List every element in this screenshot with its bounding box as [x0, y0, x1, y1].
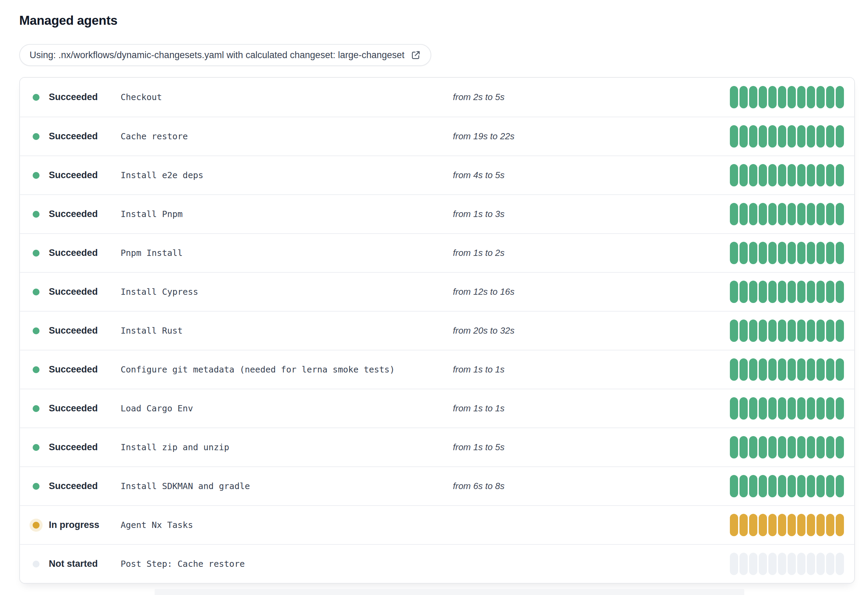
status-label: Succeeded: [49, 481, 98, 491]
progress-segment: [759, 397, 767, 420]
agent-step-row[interactable]: SucceededCache restorefrom 19s to 22s: [20, 117, 854, 155]
progress-segment: [788, 553, 796, 575]
agent-step-row[interactable]: Not startedPost Step: Cache restore: [20, 544, 854, 583]
workflow-config-text: Using: .nx/workflows/dynamic-changesets.…: [30, 50, 404, 61]
progress-segment: [826, 358, 834, 381]
step-name: Install SDKMAN and gradle: [121, 481, 453, 491]
agent-step-row[interactable]: SucceededCheckoutfrom 2s to 5s: [20, 78, 854, 117]
agent-step-row[interactable]: SucceededInstall zip and unzipfrom 1s to…: [20, 428, 854, 466]
progress-segment: [730, 358, 738, 381]
progress-segment: [749, 320, 757, 342]
step-name: Install e2e deps: [121, 170, 453, 180]
progress-segment: [788, 203, 796, 225]
progress-segment: [826, 397, 834, 420]
agent-progress-bar: [730, 514, 844, 536]
status-dot-icon: [32, 522, 40, 528]
progress-segment: [788, 125, 796, 148]
progress-segment: [759, 281, 767, 303]
progress-segment: [740, 553, 748, 575]
progress-segment: [730, 436, 738, 459]
progress-segment: [749, 281, 757, 303]
progress-segment: [797, 242, 806, 264]
progress-segment: [730, 125, 738, 148]
progress-segment: [797, 164, 806, 186]
duration-range: from 1s to 5s: [453, 442, 730, 453]
progress-segment: [807, 397, 815, 420]
status-cell: In progress: [20, 520, 121, 530]
status-cell: Succeeded: [20, 170, 121, 181]
progress-segment: [826, 514, 834, 536]
agent-progress-bar: [730, 436, 844, 459]
status-label: Succeeded: [49, 170, 98, 181]
progress-segment: [759, 514, 767, 536]
status-dot-icon: [32, 250, 40, 256]
progress-segment: [788, 397, 796, 420]
progress-segment: [816, 242, 825, 264]
progress-segment: [826, 281, 834, 303]
progress-segment: [749, 553, 757, 575]
agent-step-row[interactable]: SucceededLoad Cargo Envfrom 1s to 1s: [20, 389, 854, 428]
progress-segment: [778, 320, 786, 342]
status-label: Succeeded: [49, 248, 98, 258]
agent-step-row[interactable]: SucceededInstall Cypressfrom 12s to 16s: [20, 272, 854, 311]
progress-segment: [730, 475, 738, 497]
progress-segment: [778, 436, 786, 459]
step-name: Install Rust: [121, 326, 453, 336]
agent-step-row[interactable]: SucceededInstall e2e depsfrom 4s to 5s: [20, 155, 854, 194]
managed-agents-page: Managed agents Using: .nx/workflows/dyna…: [0, 0, 868, 584]
progress-segment: [749, 86, 757, 108]
status-cell: Succeeded: [20, 481, 121, 491]
progress-segment: [816, 475, 825, 497]
external-link-icon[interactable]: [410, 50, 421, 60]
progress-segment: [816, 358, 825, 381]
agent-progress-bar: [730, 242, 844, 264]
agent-step-row[interactable]: SucceededInstall SDKMAN and gradlefrom 6…: [20, 466, 854, 505]
status-dot-icon: [32, 444, 40, 451]
progress-segment: [788, 475, 796, 497]
agent-progress-bar: [730, 358, 844, 381]
progress-segment: [778, 397, 786, 420]
duration-range: from 1s to 3s: [453, 209, 730, 219]
progress-segment: [730, 397, 738, 420]
status-cell: Succeeded: [20, 209, 121, 219]
duration-range: from 4s to 5s: [453, 170, 730, 181]
step-name: Post Step: Cache restore: [121, 559, 453, 569]
progress-segment: [797, 514, 806, 536]
duration-range: from 19s to 22s: [453, 131, 730, 142]
duration-range: from 1s to 2s: [453, 248, 730, 258]
progress-segment: [836, 553, 844, 575]
progress-segment: [768, 320, 776, 342]
progress-segment: [768, 242, 776, 264]
progress-segment: [740, 86, 748, 108]
step-name: Install Pnpm: [121, 209, 453, 219]
progress-segment: [778, 281, 786, 303]
status-dot-icon: [32, 327, 40, 334]
progress-segment: [740, 203, 748, 225]
step-name: Install Cypress: [121, 287, 453, 297]
progress-segment: [836, 514, 844, 536]
agent-progress-bar: [730, 475, 844, 497]
agent-step-row[interactable]: SucceededConfigure git metadata (needed …: [20, 350, 854, 389]
progress-segment: [826, 164, 834, 186]
progress-segment: [730, 86, 738, 108]
status-label: Succeeded: [49, 326, 98, 336]
agent-step-row[interactable]: SucceededInstall Pnpmfrom 1s to 3s: [20, 194, 854, 233]
progress-segment: [788, 242, 796, 264]
agent-step-row[interactable]: SucceededInstall Rustfrom 20s to 32s: [20, 311, 854, 350]
workflow-config-link[interactable]: Using: .nx/workflows/dynamic-changesets.…: [19, 44, 431, 66]
progress-segment: [768, 203, 776, 225]
agent-step-row[interactable]: SucceededPnpm Installfrom 1s to 2s: [20, 233, 854, 272]
progress-segment: [816, 436, 825, 459]
progress-segment: [768, 164, 776, 186]
agent-step-row[interactable]: In progressAgent Nx Tasks: [20, 505, 854, 544]
step-name: Install zip and unzip: [121, 442, 453, 452]
status-label: Not started: [49, 558, 98, 569]
progress-segment: [836, 125, 844, 148]
status-cell: Succeeded: [20, 364, 121, 375]
status-dot-icon: [32, 94, 40, 101]
progress-segment: [826, 436, 834, 459]
progress-segment: [749, 514, 757, 536]
progress-segment: [807, 475, 815, 497]
status-cell: Succeeded: [20, 287, 121, 297]
agent-progress-bar: [730, 553, 844, 575]
